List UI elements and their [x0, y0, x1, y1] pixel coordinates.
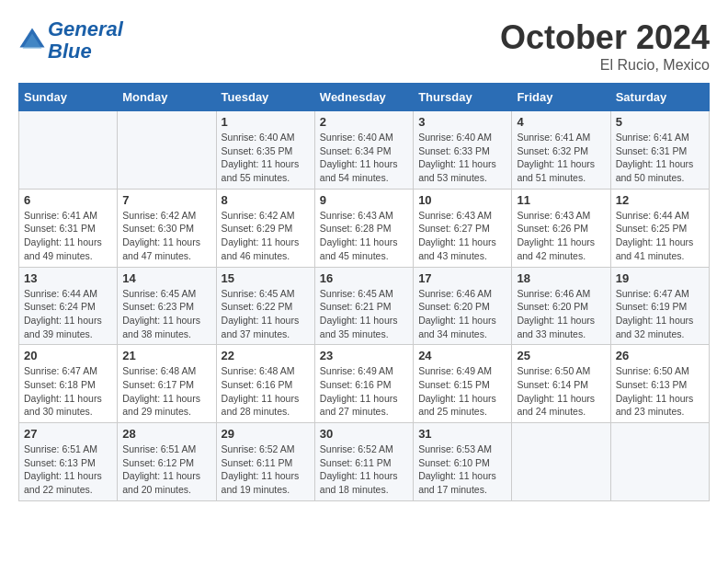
calendar-cell: 20Sunrise: 6:47 AM Sunset: 6:18 PM Dayli… — [19, 345, 118, 423]
day-number: 23 — [320, 349, 408, 362]
weekday-header-thursday: Thursday — [414, 84, 512, 111]
day-info: Sunrise: 6:51 AM Sunset: 6:13 PM Dayligh… — [24, 442, 112, 497]
calendar-cell: 24Sunrise: 6:49 AM Sunset: 6:15 PM Dayli… — [414, 345, 512, 423]
calendar-week-1: 1Sunrise: 6:40 AM Sunset: 6:35 PM Daylig… — [19, 111, 710, 190]
title-area: October 2024 El Rucio, Mexico — [500, 18, 710, 74]
calendar-cell: 17Sunrise: 6:46 AM Sunset: 6:20 PM Dayli… — [414, 267, 512, 345]
day-number: 21 — [122, 349, 210, 362]
calendar-cell: 5Sunrise: 6:41 AM Sunset: 6:31 PM Daylig… — [610, 111, 709, 190]
day-number: 26 — [616, 349, 704, 362]
logo-text-blue: Blue — [48, 40, 123, 63]
day-info: Sunrise: 6:49 AM Sunset: 6:15 PM Dayligh… — [418, 364, 506, 419]
day-number: 13 — [24, 271, 112, 285]
day-number: 22 — [222, 349, 310, 362]
calendar-cell — [512, 423, 610, 501]
calendar-cell: 21Sunrise: 6:48 AM Sunset: 6:17 PM Dayli… — [118, 345, 216, 423]
calendar-week-4: 20Sunrise: 6:47 AM Sunset: 6:18 PM Dayli… — [19, 345, 710, 423]
location-title: El Rucio, Mexico — [500, 57, 710, 74]
day-info: Sunrise: 6:40 AM Sunset: 6:34 PM Dayligh… — [320, 131, 408, 185]
day-number: 14 — [122, 271, 210, 285]
day-number: 17 — [418, 271, 506, 285]
day-info: Sunrise: 6:43 AM Sunset: 6:28 PM Dayligh… — [320, 209, 408, 263]
day-number: 20 — [24, 349, 112, 362]
calendar-cell: 18Sunrise: 6:46 AM Sunset: 6:20 PM Dayli… — [512, 267, 610, 345]
calendar-cell: 28Sunrise: 6:51 AM Sunset: 6:12 PM Dayli… — [118, 423, 216, 501]
day-number: 31 — [418, 427, 506, 441]
day-info: Sunrise: 6:49 AM Sunset: 6:16 PM Dayligh… — [320, 364, 408, 419]
calendar-cell: 10Sunrise: 6:43 AM Sunset: 6:27 PM Dayli… — [414, 189, 512, 267]
day-info: Sunrise: 6:44 AM Sunset: 6:25 PM Dayligh… — [616, 209, 704, 263]
calendar-cell: 31Sunrise: 6:53 AM Sunset: 6:10 PM Dayli… — [414, 423, 512, 501]
day-info: Sunrise: 6:51 AM Sunset: 6:12 PM Dayligh… — [122, 442, 210, 497]
day-info: Sunrise: 6:53 AM Sunset: 6:10 PM Dayligh… — [418, 442, 506, 497]
day-number: 18 — [517, 271, 605, 285]
calendar-cell: 16Sunrise: 6:45 AM Sunset: 6:21 PM Dayli… — [314, 267, 413, 345]
logo-icon — [18, 27, 46, 54]
day-info: Sunrise: 6:40 AM Sunset: 6:35 PM Dayligh… — [222, 131, 310, 185]
page-header: General Blue October 2024 El Rucio, Mexi… — [18, 18, 710, 74]
logo: General Blue — [18, 18, 123, 63]
day-info: Sunrise: 6:48 AM Sunset: 6:16 PM Dayligh… — [222, 364, 310, 419]
day-number: 24 — [418, 349, 506, 362]
calendar-cell: 30Sunrise: 6:52 AM Sunset: 6:11 PM Dayli… — [314, 423, 413, 501]
day-info: Sunrise: 6:47 AM Sunset: 6:19 PM Dayligh… — [616, 287, 704, 341]
day-number: 15 — [222, 271, 310, 285]
day-number: 9 — [320, 193, 408, 207]
day-number: 7 — [122, 193, 210, 207]
calendar-week-3: 13Sunrise: 6:44 AM Sunset: 6:24 PM Dayli… — [19, 267, 710, 345]
day-number: 8 — [222, 193, 310, 207]
day-info: Sunrise: 6:41 AM Sunset: 6:32 PM Dayligh… — [517, 131, 605, 185]
day-info: Sunrise: 6:45 AM Sunset: 6:21 PM Dayligh… — [320, 287, 408, 341]
day-info: Sunrise: 6:52 AM Sunset: 6:11 PM Dayligh… — [222, 442, 310, 497]
calendar-week-5: 27Sunrise: 6:51 AM Sunset: 6:13 PM Dayli… — [19, 423, 710, 501]
day-info: Sunrise: 6:43 AM Sunset: 6:26 PM Dayligh… — [517, 209, 605, 263]
day-number: 12 — [616, 193, 704, 207]
calendar-cell — [19, 111, 118, 190]
day-info: Sunrise: 6:46 AM Sunset: 6:20 PM Dayligh… — [418, 287, 506, 341]
calendar-cell: 8Sunrise: 6:42 AM Sunset: 6:29 PM Daylig… — [216, 189, 314, 267]
day-number: 19 — [616, 271, 704, 285]
day-info: Sunrise: 6:50 AM Sunset: 6:14 PM Dayligh… — [517, 364, 605, 419]
day-info: Sunrise: 6:46 AM Sunset: 6:20 PM Dayligh… — [517, 287, 605, 341]
day-number: 25 — [517, 349, 605, 362]
calendar-cell: 27Sunrise: 6:51 AM Sunset: 6:13 PM Dayli… — [19, 423, 118, 501]
day-info: Sunrise: 6:44 AM Sunset: 6:24 PM Dayligh… — [24, 287, 112, 341]
calendar-cell: 23Sunrise: 6:49 AM Sunset: 6:16 PM Dayli… — [314, 345, 413, 423]
weekday-header-tuesday: Tuesday — [216, 84, 314, 111]
weekday-header-sunday: Sunday — [19, 84, 118, 111]
calendar-cell: 1Sunrise: 6:40 AM Sunset: 6:35 PM Daylig… — [216, 111, 314, 190]
calendar-cell: 15Sunrise: 6:45 AM Sunset: 6:22 PM Dayli… — [216, 267, 314, 345]
calendar-cell: 14Sunrise: 6:45 AM Sunset: 6:23 PM Dayli… — [118, 267, 216, 345]
day-info: Sunrise: 6:50 AM Sunset: 6:13 PM Dayligh… — [616, 364, 704, 419]
day-info: Sunrise: 6:47 AM Sunset: 6:18 PM Dayligh… — [24, 364, 112, 419]
calendar-week-2: 6Sunrise: 6:41 AM Sunset: 6:31 PM Daylig… — [19, 189, 710, 267]
weekday-header-friday: Friday — [512, 84, 610, 111]
day-info: Sunrise: 6:42 AM Sunset: 6:29 PM Dayligh… — [222, 209, 310, 263]
calendar-cell: 3Sunrise: 6:40 AM Sunset: 6:33 PM Daylig… — [414, 111, 512, 190]
day-number: 29 — [222, 427, 310, 441]
day-number: 11 — [517, 193, 605, 207]
calendar-cell: 19Sunrise: 6:47 AM Sunset: 6:19 PM Dayli… — [610, 267, 709, 345]
day-number: 6 — [24, 193, 112, 207]
day-number: 10 — [418, 193, 506, 207]
weekday-header-wednesday: Wednesday — [314, 84, 413, 111]
calendar-cell: 7Sunrise: 6:42 AM Sunset: 6:30 PM Daylig… — [118, 189, 216, 267]
day-number: 16 — [320, 271, 408, 285]
day-number: 28 — [122, 427, 210, 441]
calendar-cell: 6Sunrise: 6:41 AM Sunset: 6:31 PM Daylig… — [19, 189, 118, 267]
calendar-cell: 11Sunrise: 6:43 AM Sunset: 6:26 PM Dayli… — [512, 189, 610, 267]
weekday-header-saturday: Saturday — [610, 84, 709, 111]
day-number: 3 — [418, 115, 506, 129]
day-info: Sunrise: 6:41 AM Sunset: 6:31 PM Dayligh… — [24, 209, 112, 263]
calendar-cell: 13Sunrise: 6:44 AM Sunset: 6:24 PM Dayli… — [19, 267, 118, 345]
calendar-cell: 25Sunrise: 6:50 AM Sunset: 6:14 PM Dayli… — [512, 345, 610, 423]
day-info: Sunrise: 6:41 AM Sunset: 6:31 PM Dayligh… — [616, 131, 704, 185]
calendar-cell: 4Sunrise: 6:41 AM Sunset: 6:32 PM Daylig… — [512, 111, 610, 190]
day-number: 27 — [24, 427, 112, 441]
calendar-cell: 22Sunrise: 6:48 AM Sunset: 6:16 PM Dayli… — [216, 345, 314, 423]
day-info: Sunrise: 6:52 AM Sunset: 6:11 PM Dayligh… — [320, 442, 408, 497]
weekday-header-row: SundayMondayTuesdayWednesdayThursdayFrid… — [19, 84, 710, 111]
weekday-header-monday: Monday — [118, 84, 216, 111]
calendar-cell: 2Sunrise: 6:40 AM Sunset: 6:34 PM Daylig… — [314, 111, 413, 190]
calendar-cell: 29Sunrise: 6:52 AM Sunset: 6:11 PM Dayli… — [216, 423, 314, 501]
